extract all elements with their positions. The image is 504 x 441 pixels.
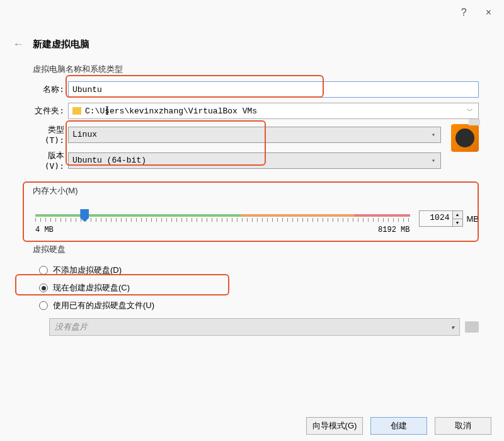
radio-existing-disk[interactable]: 使用已有的虚拟硬盘文件(U) <box>30 297 479 314</box>
memory-slider[interactable] <box>35 209 410 222</box>
dialog-title: 新建虚拟电脑 <box>33 38 89 50</box>
memory-spinbox[interactable]: 1024 ▲ ▼ <box>419 210 463 227</box>
section-name-os-title: 虚拟电脑名称和系统类型 <box>30 64 479 75</box>
radio-icon <box>39 284 48 292</box>
radio-create-disk-label: 现在创建虚拟硬盘(C) <box>53 282 130 294</box>
memory-unit: MB <box>467 214 479 224</box>
version-label: 版本(V): <box>30 150 68 171</box>
section-memory-title: 内存大小(M) <box>30 185 479 197</box>
memory-max-label: 8192 MB <box>378 226 410 234</box>
type-value: Linux <box>72 130 97 139</box>
radio-icon <box>39 301 48 310</box>
version-value: Ubuntu (64-bit) <box>72 156 146 165</box>
os-logo-icon <box>451 124 479 152</box>
type-label: 类型(T): <box>30 124 68 145</box>
cancel-button[interactable]: 取消 <box>435 417 491 435</box>
guided-mode-button[interactable]: 向导模式(G) <box>306 417 363 435</box>
create-button[interactable]: 创建 <box>370 417 427 435</box>
name-label: 名称: <box>30 84 68 95</box>
spin-up-icon[interactable]: ▲ <box>453 211 462 219</box>
radio-icon <box>39 266 48 275</box>
folder-combo[interactable]: C:\Users\kevinxzhang\VirtualBox VMs ﹀ <box>68 103 479 119</box>
radio-no-disk-label: 不添加虚拟硬盘(D) <box>53 265 122 276</box>
browse-disk-icon[interactable] <box>465 321 479 333</box>
radio-existing-disk-label: 使用已有的虚拟硬盘文件(U) <box>53 300 154 311</box>
memory-value: 1024 <box>420 211 452 226</box>
chevron-down-icon: ﹀ <box>467 106 473 115</box>
chevron-down-icon: ▾ <box>451 324 454 331</box>
close-icon[interactable]: × <box>486 7 491 18</box>
help-icon[interactable]: ? <box>461 7 467 18</box>
folder-label: 文件夹: <box>30 105 68 117</box>
folder-icon <box>72 107 81 115</box>
version-combo[interactable]: Ubuntu (64-bit) ▾ <box>68 152 441 169</box>
chevron-down-icon: ▾ <box>432 131 435 139</box>
chevron-down-icon: ▾ <box>432 157 435 164</box>
radio-create-disk[interactable]: 现在创建虚拟硬盘(C) <box>30 279 479 297</box>
disk-file-placeholder: 没有盘片 <box>55 321 88 333</box>
text-cursor-icon <box>105 106 113 117</box>
spin-down-icon[interactable]: ▼ <box>453 219 462 227</box>
type-combo[interactable]: Linux ▾ <box>68 127 441 143</box>
memory-min-label: 4 MB <box>35 226 54 234</box>
back-arrow-icon[interactable]: ← <box>13 38 24 51</box>
name-input[interactable] <box>68 81 479 98</box>
section-disk-title: 虚拟硬盘 <box>30 244 479 255</box>
radio-no-disk[interactable]: 不添加虚拟硬盘(D) <box>30 261 479 279</box>
disk-file-combo: 没有盘片 ▾ <box>49 318 460 336</box>
